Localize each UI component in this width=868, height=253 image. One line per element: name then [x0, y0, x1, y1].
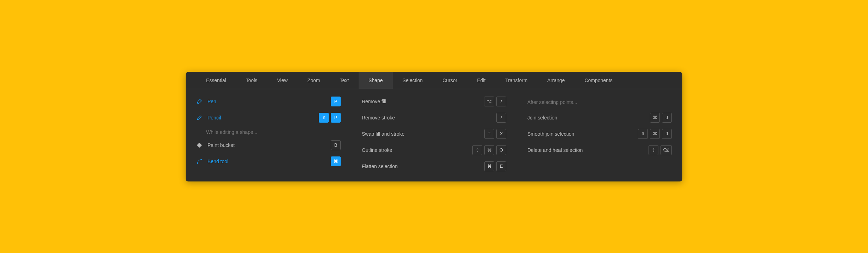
- svg-point-2: [201, 159, 202, 160]
- key-x: X: [496, 129, 506, 139]
- tab-tools[interactable]: Tools: [236, 72, 267, 89]
- tab-text[interactable]: Text: [330, 72, 359, 89]
- remove-stroke-label: Remove stroke: [362, 115, 395, 121]
- delete-heal-selection-label: Delete and heal selection: [527, 147, 583, 153]
- tab-essential[interactable]: Essential: [196, 72, 236, 89]
- remove-fill-label: Remove fill: [362, 99, 386, 104]
- pen-label: Pen: [207, 99, 216, 104]
- svg-point-1: [197, 162, 198, 163]
- swap-fill-stroke-label: Swap fill and stroke: [362, 131, 404, 137]
- key-slash: /: [496, 97, 506, 106]
- pen-icon: [196, 98, 203, 105]
- pencil-icon: [196, 115, 203, 121]
- tab-shape[interactable]: Shape: [359, 72, 392, 89]
- tabs-bar: Essential Tools View Zoom Text Shape Sel…: [186, 72, 682, 89]
- outline-stroke-label: Outline stroke: [362, 147, 392, 153]
- join-selection-label: Join selection: [527, 115, 557, 121]
- row-bend-tool[interactable]: Bend tool ⌘: [196, 153, 341, 169]
- key-j: J: [662, 113, 672, 123]
- column-3: After selecting points... Join selection…: [517, 93, 682, 174]
- key-shift: ⇧: [319, 113, 329, 123]
- key-shift: ⇧: [649, 145, 658, 155]
- row-pen[interactable]: Pen P: [196, 93, 341, 110]
- row-join-selection[interactable]: Join selection ⌘ J: [527, 110, 672, 126]
- bend-tool-icon: [196, 158, 203, 165]
- key-slash: /: [496, 113, 506, 123]
- bend-tool-label: Bend tool: [207, 159, 228, 164]
- key-j: J: [662, 129, 672, 139]
- row-paint-bucket[interactable]: Paint bucket B: [196, 137, 341, 153]
- row-delete-heal-selection[interactable]: Delete and heal selection ⇧ ⌫: [527, 142, 672, 158]
- column-2: Remove fill ⌥ / Remove stroke / Swap fil…: [351, 93, 517, 174]
- row-swap-fill-stroke[interactable]: Swap fill and stroke ⇧ X: [362, 126, 506, 142]
- tab-edit[interactable]: Edit: [467, 72, 495, 89]
- key-shift: ⇧: [484, 129, 494, 139]
- tab-zoom[interactable]: Zoom: [298, 72, 330, 89]
- key-cmd: ⌘: [484, 161, 494, 171]
- key-b: B: [331, 140, 341, 150]
- paint-bucket-label: Paint bucket: [207, 142, 235, 148]
- paint-bucket-icon: [196, 142, 203, 148]
- key-backspace: ⌫: [661, 145, 672, 155]
- tab-cursor[interactable]: Cursor: [433, 72, 467, 89]
- tab-view[interactable]: View: [267, 72, 298, 89]
- shortcuts-content: Pen P Pencil ⇧ P: [186, 89, 682, 181]
- row-pencil[interactable]: Pencil ⇧ P: [196, 110, 341, 126]
- row-outline-stroke[interactable]: Outline stroke ⇧ ⌘ O: [362, 142, 506, 158]
- row-remove-fill[interactable]: Remove fill ⌥ /: [362, 93, 506, 110]
- key-p: P: [331, 97, 341, 106]
- key-p: P: [331, 113, 341, 123]
- key-e: E: [496, 161, 506, 171]
- hint-editing-shape: While editing a shape...: [196, 126, 341, 137]
- key-cmd: ⌘: [650, 129, 660, 139]
- row-remove-stroke[interactable]: Remove stroke /: [362, 110, 506, 126]
- key-shift: ⇧: [638, 129, 648, 139]
- shortcuts-panel: Essential Tools View Zoom Text Shape Sel…: [186, 72, 682, 181]
- key-cmd: ⌘: [484, 145, 494, 155]
- key-o: O: [496, 145, 506, 155]
- tab-transform[interactable]: Transform: [495, 72, 537, 89]
- key-shift: ⇧: [472, 145, 482, 155]
- tab-selection[interactable]: Selection: [393, 72, 433, 89]
- tab-arrange[interactable]: Arrange: [538, 72, 575, 89]
- column-1: Pen P Pencil ⇧ P: [186, 93, 351, 174]
- hint-after-selecting-points: After selecting points...: [527, 96, 577, 107]
- smooth-join-selection-label: Smooth join selection: [527, 131, 574, 137]
- flatten-selection-label: Flatten selection: [362, 163, 398, 169]
- pencil-label: Pencil: [207, 115, 221, 121]
- row-smooth-join-selection[interactable]: Smooth join selection ⇧ ⌘ J: [527, 126, 672, 142]
- key-cmd: ⌘: [331, 156, 341, 166]
- tab-components[interactable]: Components: [575, 72, 622, 89]
- key-cmd: ⌘: [650, 113, 660, 123]
- svg-marker-0: [197, 143, 202, 148]
- key-option: ⌥: [484, 97, 494, 106]
- row-flatten-selection[interactable]: Flatten selection ⌘ E: [362, 158, 506, 174]
